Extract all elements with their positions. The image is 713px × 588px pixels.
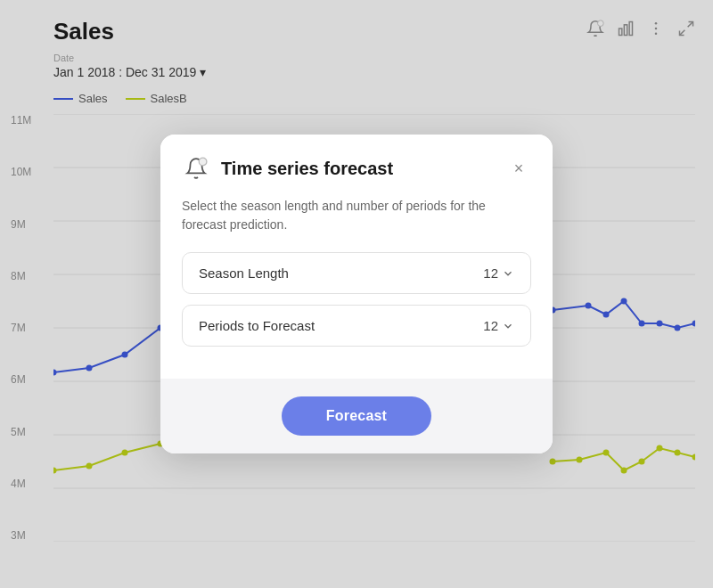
- modal-body: Select the season length and number of p…: [160, 197, 553, 379]
- modal-footer: Forecast: [160, 379, 553, 453]
- season-length-row[interactable]: Season Length 12: [182, 252, 531, 294]
- season-length-label: Season Length: [199, 265, 289, 281]
- forecast-modal: Time series forecast × Select the season…: [160, 135, 553, 453]
- season-length-value: 12: [483, 265, 514, 281]
- svg-point-51: [199, 158, 207, 166]
- chevron-down-icon: [502, 320, 514, 332]
- forecast-modal-icon: [182, 154, 210, 183]
- periods-forecast-row[interactable]: Periods to Forecast 12: [182, 305, 531, 347]
- periods-label: Periods to Forecast: [199, 318, 315, 333]
- modal-title: Time series forecast: [221, 159, 496, 179]
- modal-overlay: Time series forecast × Select the season…: [0, 0, 713, 588]
- modal-header: Time series forecast ×: [160, 135, 553, 197]
- modal-description: Select the season length and number of p…: [182, 197, 531, 234]
- periods-value: 12: [483, 318, 514, 333]
- modal-close-button[interactable]: ×: [506, 156, 531, 181]
- chevron-down-icon: [502, 267, 514, 280]
- forecast-button[interactable]: Forecast: [282, 396, 431, 436]
